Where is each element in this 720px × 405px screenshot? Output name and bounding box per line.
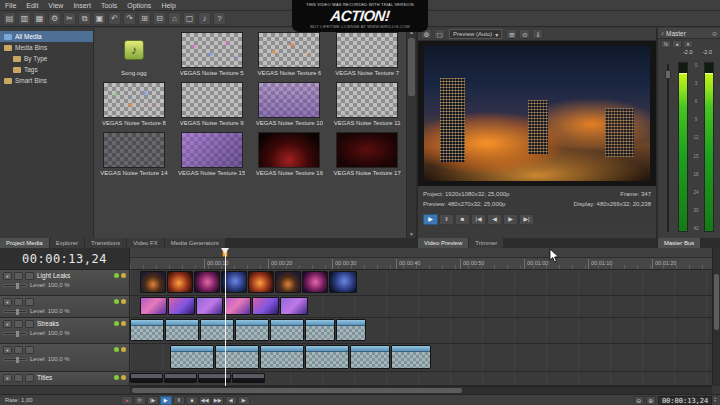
stop-button[interactable]: ■	[186, 396, 198, 405]
timeline-vscroll-thumb[interactable]	[714, 274, 719, 330]
timeline-clip[interactable]	[168, 297, 195, 315]
track-menu-icon[interactable]: ▾	[3, 346, 12, 354]
menu-insert[interactable]: Insert	[68, 0, 96, 10]
menu-view[interactable]: View	[43, 0, 68, 10]
menu-options[interactable]: Options	[122, 0, 156, 10]
paste-icon[interactable]: ▣	[93, 12, 106, 25]
timeline-clip[interactable]	[270, 319, 304, 341]
track-header[interactable]: ▾Level: 100,0 %	[0, 296, 130, 318]
project-properties-icon[interactable]: ⚙	[48, 12, 61, 25]
timeline-clip[interactable]	[305, 345, 349, 369]
tree-item-by-type[interactable]: By Type	[0, 53, 93, 64]
cut-icon[interactable]: ✂	[63, 12, 76, 25]
master-downmix-button[interactable]: ▾	[683, 40, 693, 48]
tree-item-smart-bins[interactable]: Smart Bins	[0, 75, 93, 86]
preview-prev-frame-button[interactable]: ◀	[487, 214, 502, 225]
scroll-down-icon[interactable]: ▼	[407, 230, 416, 238]
interactive-tutorials-icon[interactable]: ♪	[198, 12, 211, 25]
save-snapshot-icon[interactable]: ⇓	[532, 29, 543, 39]
track-solo-button[interactable]	[25, 346, 34, 354]
timeline-clip[interactable]	[194, 271, 220, 293]
track-mute-button[interactable]	[14, 374, 23, 382]
media-item-vegas-noise-texture-16[interactable]: VEGAS Noise Texture 16	[251, 132, 329, 176]
media-item-vegas-noise-texture-9[interactable]: VEGAS Noise Texture 9	[173, 82, 251, 126]
tab-trimmer[interactable]: Trimmer	[469, 238, 503, 248]
tree-item-all-media[interactable]: All Media	[0, 31, 93, 42]
timeline-clip[interactable]	[232, 373, 265, 383]
tab-transitions[interactable]: Transitions	[85, 238, 126, 248]
timeline-vscrollbar[interactable]	[712, 248, 720, 386]
timeline-clip[interactable]	[164, 373, 197, 383]
timeline-clip[interactable]	[391, 345, 431, 369]
media-item-song-ogg[interactable]: ♪Song.ogg	[95, 32, 173, 76]
track-solo-button[interactable]	[25, 320, 34, 328]
lock-envelopes-icon[interactable]: ⌂	[168, 12, 181, 25]
track-lane[interactable]	[130, 270, 712, 296]
time-ruler[interactable]: 00:00:1000:00:2000:00:3000:00:4000:00:50…	[130, 258, 712, 270]
track-header[interactable]: ▾Light LeaksLevel: 100,0 %	[0, 270, 130, 296]
timeline-hscroll-thumb[interactable]	[132, 388, 462, 393]
track-mute-button[interactable]	[14, 272, 23, 280]
timeline-clip[interactable]	[248, 271, 274, 293]
timeline-clip[interactable]	[130, 319, 164, 341]
zoom-in-icon[interactable]: ⊕	[646, 396, 656, 405]
track-mute-button[interactable]	[14, 346, 23, 354]
tree-item-tags[interactable]: Tags	[0, 64, 93, 75]
tab-explorer[interactable]: Explorer	[50, 238, 84, 248]
track-lane[interactable]	[130, 318, 712, 344]
tab-project-media[interactable]: Project Media	[0, 238, 49, 248]
media-item-vegas-noise-texture-8[interactable]: VEGAS Noise Texture 8	[95, 82, 173, 126]
track-menu-icon[interactable]: ▾	[3, 320, 12, 328]
play-from-start-button[interactable]: |▶	[147, 396, 159, 405]
timeline-clip[interactable]	[275, 271, 301, 293]
media-item-vegas-noise-texture-6[interactable]: VEGAS Noise Texture 6	[251, 32, 329, 76]
next-frame-button[interactable]: ▶	[238, 396, 250, 405]
track-mute-button[interactable]	[14, 298, 23, 306]
play-button[interactable]: ▶	[160, 396, 172, 405]
redo-icon[interactable]: ↷	[123, 12, 136, 25]
track-level-slider[interactable]	[3, 284, 27, 287]
timeline-clip[interactable]	[329, 271, 357, 293]
track-level-slider[interactable]	[3, 358, 27, 361]
media-item-vegas-noise-texture-10[interactable]: VEGAS Noise Texture 10	[251, 82, 329, 126]
track-lane[interactable]	[130, 372, 712, 386]
preview-go-to-end-button[interactable]: ▶|	[519, 214, 534, 225]
timeline-clip[interactable]	[200, 319, 234, 341]
track-solo-button[interactable]	[25, 374, 34, 382]
tab-video-fx[interactable]: Video FX	[127, 238, 164, 248]
open-project-icon[interactable]: ▥	[18, 12, 31, 25]
timeline-clip[interactable]	[336, 319, 366, 341]
copy-snapshot-icon[interactable]: ⊙	[519, 29, 530, 39]
timeline-clip[interactable]	[167, 271, 193, 293]
timeline-clip[interactable]	[170, 345, 214, 369]
timeline-clip[interactable]	[305, 319, 335, 341]
master-fader[interactable]	[665, 64, 671, 232]
timeline-clip[interactable]	[350, 345, 390, 369]
snapping-icon[interactable]: ⊞	[138, 12, 151, 25]
loop-playback-button[interactable]: ⟳	[134, 396, 146, 405]
prev-frame-button[interactable]: ◀	[225, 396, 237, 405]
timeline-clip[interactable]	[252, 297, 279, 315]
tab-media-generators[interactable]: Media Generators	[165, 238, 225, 248]
preview-quality-dropdown[interactable]: Preview (Auto) ▾	[449, 29, 502, 39]
ignore-grouping-icon[interactable]: ▢	[183, 12, 196, 25]
media-grid-scroll-thumb[interactable]	[408, 38, 415, 96]
pin-icon[interactable]: ⊙	[712, 30, 717, 37]
marker-bar[interactable]	[130, 248, 712, 258]
master-fx-button[interactable]: fx	[661, 40, 671, 48]
menu-help[interactable]: Help	[156, 0, 180, 10]
track-mute-button[interactable]	[14, 320, 23, 328]
timeline-clip[interactable]	[165, 319, 199, 341]
record-button[interactable]: ●	[121, 396, 133, 405]
timeline-clip[interactable]	[215, 345, 259, 369]
timeline-clip[interactable]	[130, 373, 163, 383]
preview-pause-button[interactable]: ‖	[439, 214, 454, 225]
track-solo-button[interactable]	[25, 272, 34, 280]
timeline-clip[interactable]	[140, 271, 166, 293]
auto-ripple-icon[interactable]: ⊟	[153, 12, 166, 25]
new-project-icon[interactable]: ▤	[3, 12, 16, 25]
playhead[interactable]	[225, 248, 226, 386]
track-header[interactable]: ▾Level: 100,0 %	[0, 344, 130, 372]
track-lane[interactable]	[130, 296, 712, 318]
track-menu-icon[interactable]: ▾	[3, 298, 12, 306]
